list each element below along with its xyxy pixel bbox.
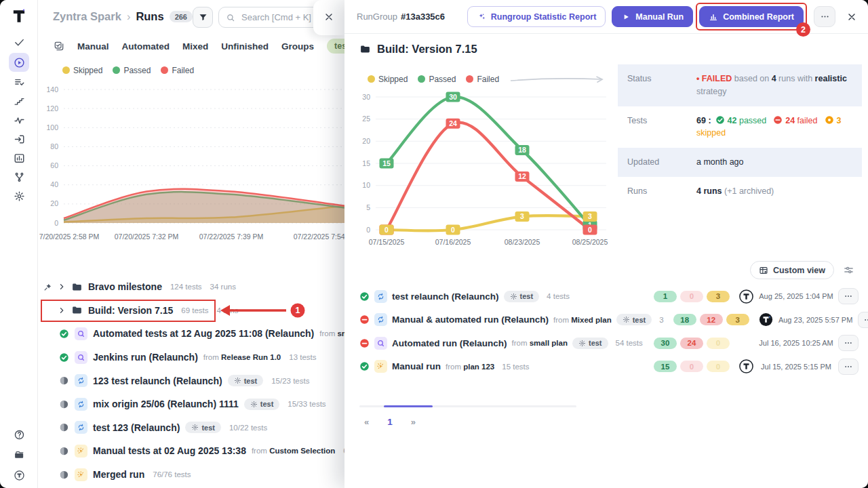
breadcrumb-project[interactable]: Zyntra Spark — [53, 10, 121, 23]
run-row-merged-run[interactable]: Merged run76/76 tests — [38, 463, 344, 487]
sidebar-item-test-list[interactable] — [9, 74, 29, 91]
sidebar-item-branch[interactable] — [9, 169, 29, 186]
row-actions-button[interactable] — [838, 335, 859, 351]
app-logo-icon[interactable] — [10, 7, 28, 25]
manual-run-icon — [75, 468, 87, 481]
run-title: 123 test relaunch (Relaunch) — [93, 375, 222, 386]
gear-icon — [250, 401, 258, 408]
info-row-status: Status• FAILED based on 4 runs with real… — [618, 64, 862, 106]
run-date: Aug 23, 2025 5:57 PM — [778, 315, 853, 325]
info-value: a month ago — [696, 156, 852, 169]
legend-dot — [418, 75, 425, 83]
svg-text:3: 3 — [588, 212, 592, 220]
rungroup-statistic-report-button[interactable]: Rungroup Statistic Report — [467, 6, 606, 27]
rungroup-runs-list: test relaunch (Relaunch)test4 tests103Au… — [359, 285, 859, 378]
annotation-step-badge: 2 — [796, 22, 810, 37]
close-drawer-icon[interactable] — [845, 10, 859, 24]
tab-manual[interactable]: Manual — [77, 41, 109, 52]
sidebar-item-pulse[interactable] — [9, 112, 29, 129]
relaunch-run-icon — [374, 290, 387, 303]
rungroup-heading: Build: Version 7.15 — [359, 43, 477, 56]
run-row-automated-tests-at-12-aug-2025-11-08-relaunch[interactable]: Automated tests at 12 Aug 2025 11:08 (Re… — [38, 322, 344, 346]
run-row-test-123-relaunch[interactable]: test 123 (Relaunch)test10/22 tests — [38, 416, 344, 440]
row-actions-button[interactable] — [838, 359, 859, 375]
sidebar-item-import[interactable] — [9, 131, 29, 148]
run-row-jenkins-run-relaunch[interactable]: Jenkins run (Relaunch)from Release Run 1… — [38, 346, 344, 369]
sidebar-item-run-circle[interactable] — [9, 53, 29, 72]
badge-label: test — [520, 292, 534, 300]
combined-report-button[interactable]: Combined Report — [699, 6, 804, 27]
pagination-prev[interactable]: « — [364, 417, 369, 427]
folder-row-bravo-milestone[interactable]: Bravo milestone124 tests34 runs — [38, 275, 344, 299]
select-all-icon[interactable] — [54, 41, 64, 52]
run-row-automated-run-relaunch[interactable]: Automated run (Relaunch)from small plant… — [359, 331, 859, 355]
avatar — [738, 359, 754, 374]
skipped-count-pill: 0 — [707, 338, 730, 349]
folder-icon — [71, 304, 83, 316]
run-row-manual-run[interactable]: Manual runfrom plan 12315 tests1500Jul 1… — [359, 355, 859, 379]
result-pills: 103 — [654, 291, 734, 302]
tab-unfinished[interactable]: Unfinished — [221, 41, 269, 52]
test-tag-badge: test — [228, 375, 264, 386]
run-date: Aug 25, 2025 1:04 PM — [759, 291, 833, 301]
more-actions-button[interactable] — [814, 6, 835, 27]
svg-text:120: 120 — [46, 104, 58, 113]
info-text: a month ago — [696, 157, 744, 167]
relaunch-run-icon — [75, 398, 87, 411]
svg-text:08/25/2025: 08/25/2025 — [572, 238, 608, 246]
pagination-next[interactable]: » — [411, 417, 416, 427]
filter-sliders-icon[interactable] — [843, 264, 854, 276]
breadcrumb-section[interactable]: Runs — [136, 10, 163, 23]
legend-label: Failed — [172, 66, 194, 75]
svg-text:08/23/2025: 08/23/2025 — [505, 238, 540, 246]
sidebar-item-help[interactable] — [9, 427, 29, 442]
relaunch-run-icon — [374, 313, 387, 326]
manual-run-button[interactable]: Manual Run — [612, 6, 693, 27]
test-tag-badge: test — [504, 291, 540, 302]
sidebar-item-docs-folder[interactable] — [9, 447, 29, 462]
run-title: Manual run — [392, 361, 441, 371]
sidebar-item-steps[interactable] — [9, 93, 29, 110]
avatar — [758, 312, 774, 327]
branch-icon — [14, 171, 25, 183]
run-title: Jenkins run (Relaunch) — [93, 352, 198, 363]
run-plan-origin: from Release Run 1.0 — [203, 353, 281, 361]
run-row-manual-automated-run-relaunch[interactable]: Manual & automated run (Relaunch)from Mi… — [359, 308, 859, 332]
pagination-page[interactable]: 1 — [387, 417, 393, 427]
run-row-mix-origin-25-06-relaunch-1111[interactable]: mix origin 25/06 (Relaunch) 1111test15/3… — [38, 392, 344, 416]
sidebar-item-check[interactable] — [9, 34, 29, 51]
chevron-right-icon[interactable] — [58, 283, 66, 291]
close-panel-icon[interactable] — [323, 11, 335, 23]
chevron-right-icon[interactable] — [58, 306, 66, 314]
search-icon — [226, 13, 235, 22]
automated-run-icon — [75, 351, 87, 364]
tab-groups[interactable]: Groups — [281, 41, 314, 52]
info-value: 4 runs (+1 archived) — [696, 185, 852, 198]
result-pills: 18123 — [673, 314, 753, 325]
tab-automated[interactable]: Automated — [122, 41, 170, 52]
row-actions-button[interactable] — [838, 288, 859, 304]
legend-dot — [113, 66, 120, 74]
custom-view-button[interactable]: Custom view — [750, 261, 834, 279]
filter-button[interactable] — [193, 7, 213, 28]
run-row-123-test-relaunch-relaunch[interactable]: 123 test relaunch (Relaunch)test15/23 te… — [38, 369, 344, 392]
rungroup-drawer: RunGroup #13a335c6 Rungroup Statistic Re… — [344, 0, 868, 488]
scroll-track[interactable] — [359, 405, 576, 407]
folder-row-build-version-7-15[interactable]: Build: Version 7.1569 tests4 runs1 — [38, 299, 344, 323]
tab-mixed[interactable]: Mixed — [182, 41, 208, 52]
svg-text:3: 3 — [520, 212, 524, 220]
legend-item-passed: Passed — [113, 66, 151, 75]
scroll-thumb[interactable] — [384, 405, 433, 408]
neutral-circle-icon — [59, 375, 69, 386]
row-actions-button[interactable] — [858, 312, 868, 328]
run-meta: 15/33 tests — [288, 400, 326, 408]
info-value: 69 :42 passed24 failed3 skipped — [696, 115, 852, 140]
gear-icon — [578, 340, 586, 347]
run-row-manual-tests-at-02-aug-2025-13-38[interactable]: Manual tests at 02 Aug 2025 13:38from Cu… — [38, 439, 344, 463]
info-row-runs: Runs4 runs (+1 archived) — [618, 177, 862, 206]
sidebar-item-gear[interactable] — [9, 188, 29, 205]
sidebar-item-analytics[interactable] — [9, 150, 29, 167]
sidebar-item-brand-circle[interactable] — [9, 468, 29, 483]
run-row-test-relaunch-relaunch[interactable]: test relaunch (Relaunch)test4 tests103Au… — [359, 285, 859, 308]
badge-label: test — [244, 377, 258, 385]
